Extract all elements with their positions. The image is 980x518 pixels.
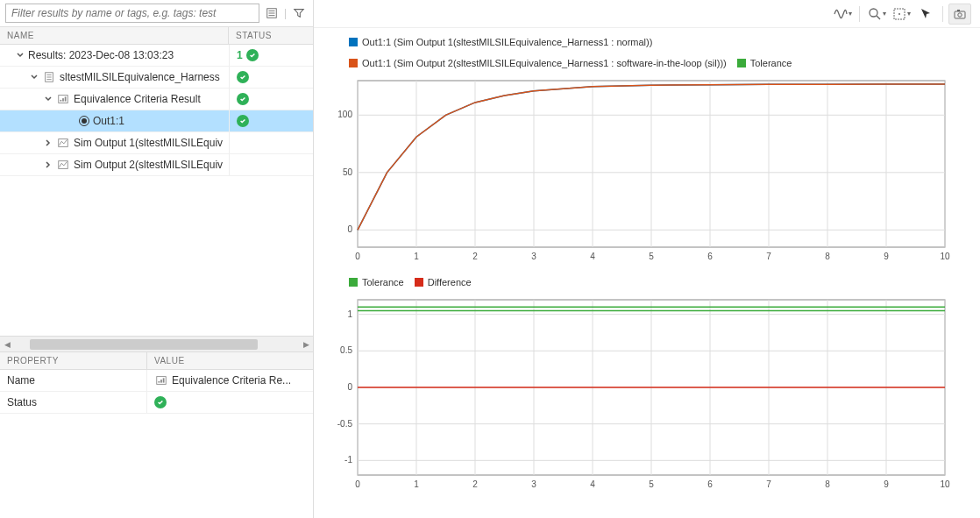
pass-icon (237, 93, 249, 105)
svg-text:6: 6 (707, 252, 713, 261)
svg-text:2: 2 (472, 479, 478, 489)
svg-text:0: 0 (347, 224, 352, 234)
filter-bar: | (0, 0, 313, 27)
svg-rect-16 (160, 380, 162, 383)
plot-area: Out1:1 (Sim Output 1(sltestMILSILEquival… (314, 28, 980, 518)
svg-text:5: 5 (649, 252, 654, 261)
property-header-val: VALUE (147, 352, 313, 369)
svg-text:9: 9 (884, 252, 889, 261)
property-name: Status (0, 392, 147, 413)
signal-icon (56, 136, 70, 150)
svg-text:0: 0 (355, 252, 360, 261)
property-row: NameEquivalence Criteria Re... (0, 370, 313, 392)
svg-text:7: 7 (766, 252, 771, 261)
svg-point-23 (958, 12, 962, 16)
tree-row[interactable]: sltestMILSILEquivalence_Harness (0, 67, 313, 89)
tree-item-label: sltestMILSILEquivalence_Harness (60, 71, 220, 83)
tree-row[interactable]: Results: 2023-Dec-08 13:03:231 (0, 45, 313, 67)
tree-row[interactable]: Out1:1 (0, 110, 313, 132)
svg-text:10: 10 (940, 479, 950, 489)
tree-item-label: Equivalence Criteria Result (74, 93, 201, 105)
svg-text:-1: -1 (344, 455, 352, 465)
scroll-left-arrow[interactable]: ◀ (0, 337, 14, 351)
svg-text:4: 4 (590, 252, 595, 261)
expander-icon[interactable] (30, 73, 39, 82)
svg-line-19 (877, 16, 880, 19)
expander-icon[interactable] (44, 138, 53, 147)
filter-icon[interactable] (290, 4, 308, 22)
legend-item: Out1:1 (Sim Output 2(sltestMILSILEquival… (349, 58, 727, 68)
tree-item-label: Results: 2023-Dec-08 13:03:23 (28, 49, 174, 61)
radio-icon (79, 116, 89, 126)
status-count: 1 (237, 49, 243, 61)
expander-icon[interactable] (44, 95, 53, 103)
svg-text:1: 1 (414, 479, 419, 489)
zoom-icon[interactable]: ▾ (865, 4, 888, 25)
tree-row[interactable]: Sim Output 1(sltestMILSILEquiv (0, 132, 313, 154)
pass-icon (154, 396, 167, 408)
chart-top[interactable]: 012345678910050100 (323, 75, 962, 268)
svg-text:-0.5: -0.5 (337, 419, 353, 429)
legend-item: Tolerance (737, 58, 792, 68)
property-row: Status (0, 392, 313, 414)
plot-toolbar: ▾ ▾ ▾ (314, 0, 980, 28)
legend-label: Tolerance (362, 277, 404, 287)
svg-rect-9 (60, 100, 62, 102)
doc-icon (42, 70, 56, 84)
cursor-icon[interactable] (914, 4, 937, 25)
svg-point-18 (870, 9, 877, 17)
svg-rect-24 (957, 10, 960, 11)
horizontal-scrollbar[interactable]: ◀ ▶ (0, 336, 313, 351)
filter-input[interactable] (5, 4, 259, 23)
tree-item-label: Out1:1 (93, 115, 124, 127)
scroll-thumb[interactable] (30, 339, 258, 350)
tree-row[interactable]: Sim Output 2(sltestMILSILEquiv (0, 154, 313, 176)
tree-item-label: Sim Output 1(sltestMILSILEquiv (74, 137, 223, 149)
svg-text:3: 3 (531, 479, 536, 489)
svg-text:2: 2 (472, 252, 478, 261)
criteria-icon (154, 373, 168, 387)
legend-item: Tolerance (349, 277, 404, 287)
chart-bottom[interactable]: 012345678910-1-0.500.51 (323, 294, 962, 496)
list-icon[interactable] (263, 4, 281, 22)
criteria-icon (56, 92, 70, 106)
property-name: Name (0, 370, 147, 391)
svg-text:0.5: 0.5 (340, 345, 352, 355)
scroll-right-arrow[interactable]: ▶ (299, 337, 313, 351)
pass-icon (246, 49, 259, 61)
svg-text:0: 0 (355, 479, 360, 489)
svg-text:9: 9 (884, 479, 889, 489)
svg-text:1: 1 (414, 252, 419, 261)
pass-icon (237, 71, 249, 83)
svg-text:7: 7 (766, 479, 771, 489)
svg-text:8: 8 (825, 252, 830, 261)
legend-item: Difference (415, 277, 472, 287)
waveform-icon[interactable]: ▾ (831, 4, 854, 25)
svg-text:100: 100 (337, 110, 352, 119)
svg-text:8: 8 (825, 479, 830, 489)
tree-item-label: Sim Output 2(sltestMILSILEquiv (74, 159, 223, 171)
tree-header-name: NAME (0, 27, 229, 44)
tree-body: Results: 2023-Dec-08 13:03:231 sltestMIL… (0, 45, 313, 336)
tree-row[interactable]: Equivalence Criteria Result (0, 89, 313, 110)
svg-rect-17 (163, 378, 165, 382)
expander-icon[interactable] (16, 51, 25, 60)
svg-rect-22 (955, 11, 965, 18)
svg-text:3: 3 (531, 252, 536, 261)
property-value: Equivalence Criteria Re... (172, 374, 291, 387)
svg-text:50: 50 (343, 167, 353, 177)
property-header-prop: PROPERTY (0, 352, 147, 369)
legend-label: Difference (428, 277, 472, 287)
right-panel: ▾ ▾ ▾ Out1:1 (Sim Output 1(sltestMILSILE… (314, 0, 980, 518)
camera-icon[interactable] (948, 4, 971, 25)
fit-icon[interactable]: ▾ (890, 4, 913, 25)
signal-icon (56, 158, 70, 172)
svg-text:6: 6 (707, 479, 713, 489)
svg-rect-10 (62, 98, 64, 102)
expander-icon[interactable] (44, 160, 53, 169)
chart-legend-bottom: ToleranceDifference (349, 277, 962, 287)
tree-header-status: STATUS (229, 27, 313, 44)
chart-legend-top: Out1:1 (Sim Output 1(sltestMILSILEquival… (349, 37, 962, 68)
svg-text:1: 1 (347, 309, 352, 319)
pass-icon (237, 115, 249, 127)
